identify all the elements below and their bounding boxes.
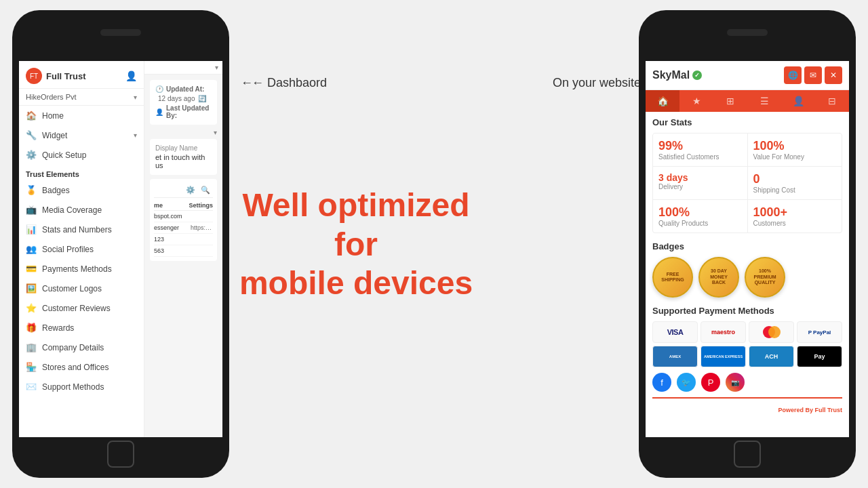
right-phone-home-button[interactable] bbox=[734, 441, 761, 468]
right-phone-notch bbox=[727, 29, 768, 36]
instagram-icon[interactable]: 📷 bbox=[726, 373, 745, 392]
mail-button[interactable]: ✉ bbox=[804, 66, 822, 84]
sidebar-item-social[interactable]: 👥 Social Profiles bbox=[19, 239, 144, 259]
close-button[interactable]: ✕ bbox=[825, 66, 842, 84]
table-section: ⚙️ 🔍 me Settings bspot.com essenger http… bbox=[150, 179, 217, 261]
panel-chevron-icon: ▾ bbox=[215, 64, 218, 71]
payment-applepay: Pay bbox=[797, 346, 842, 367]
user-icon: 👤 bbox=[125, 70, 137, 81]
tab-home[interactable]: 🏠 bbox=[646, 90, 679, 112]
verified-badge: ✓ bbox=[692, 70, 702, 80]
widget-header: SkyMal ✓ 🌐 ✉ ✕ bbox=[646, 61, 849, 90]
table-header-row: me Settings bbox=[154, 201, 213, 211]
promo-line1: Well optimized for mobile devices bbox=[237, 186, 475, 303]
setup-icon: ⚙️ bbox=[26, 150, 37, 160]
payment-grid: VISA maestro P PayPal AMEX AMERICAN EXPR… bbox=[652, 321, 842, 367]
stat-quality: 100% Quality Products bbox=[653, 200, 747, 232]
sidebar-item-payments[interactable]: 💳 Payments Methods bbox=[19, 259, 144, 279]
tab-grid[interactable]: ⊞ bbox=[713, 90, 747, 112]
left-phone-notch bbox=[100, 29, 141, 36]
badge-free-shipping: FREE SHIPPING bbox=[652, 257, 693, 298]
sidebar-item-rewards[interactable]: 🎁 Rewards bbox=[19, 318, 144, 338]
payment-mastercard bbox=[749, 321, 794, 343]
widget-brand: SkyMal ✓ bbox=[652, 69, 702, 81]
widget-nav: 🏠 ★ ⊞ ☰ 👤 ⊟ bbox=[646, 90, 849, 112]
sidebar-item-stats[interactable]: 📊 Stats and Numbers bbox=[19, 220, 144, 239]
stat-delivery: 3 days Delivery bbox=[653, 167, 747, 199]
tab-list[interactable]: ☰ bbox=[747, 90, 781, 112]
sidebar-header: FT Full Trust 👤 bbox=[19, 61, 144, 89]
sidebar-item-badges[interactable]: 🏅 Badges bbox=[19, 180, 144, 200]
brand-logo: FT bbox=[26, 68, 42, 84]
powered-by: Powered By Full Trust bbox=[652, 404, 842, 413]
stats-icon: 📊 bbox=[26, 224, 37, 235]
payment-amex: AMEX bbox=[652, 346, 698, 367]
person-icon: 👤 bbox=[155, 108, 163, 116]
left-phone-home-button[interactable] bbox=[107, 441, 134, 468]
table-row: essenger https://facebook bbox=[154, 222, 213, 234]
stat-shipping: 0 Shipping Cost bbox=[748, 167, 842, 199]
badge-money-back: 30 DAY MONEY BACK bbox=[698, 257, 739, 298]
company-icon: 🏢 bbox=[26, 342, 37, 352]
stat-customers: 1000+ Customers bbox=[748, 200, 842, 232]
left-phone: FT Full Trust 👤 HikeOrders Pvt ▾ 🏠 Home … bbox=[12, 10, 229, 478]
stats-title: Our Stats bbox=[652, 117, 842, 127]
support-icon: ✉️ bbox=[26, 382, 37, 392]
stat-satisfied: 99% Satisfied Customers bbox=[653, 134, 747, 166]
media-icon: 📺 bbox=[26, 205, 37, 215]
stores-icon: 🏪 bbox=[26, 362, 37, 372]
facebook-icon[interactable]: f bbox=[652, 373, 671, 392]
sidebar-brand-name: Full Trust bbox=[46, 71, 86, 81]
widget-actions: 🌐 ✉ ✕ bbox=[784, 66, 842, 84]
stat-value-money: 100% Value For Money bbox=[748, 134, 842, 166]
sidebar-item-home[interactable]: 🏠 Home bbox=[19, 106, 144, 125]
sidebar-account[interactable]: HikeOrders Pvt ▾ bbox=[19, 89, 144, 106]
logos-icon: 🖼️ bbox=[26, 283, 37, 293]
display-name-section: Display Name et in touch with us bbox=[150, 139, 217, 175]
center-promo: Well optimized for mobile devices bbox=[237, 186, 475, 303]
table-header: ⚙️ 🔍 bbox=[154, 183, 213, 198]
widget-icon: 🔧 bbox=[26, 130, 37, 140]
sidebar-item-company[interactable]: 🏢 Company Details bbox=[19, 338, 144, 357]
payment-paypal: P PayPal bbox=[797, 321, 842, 343]
twitter-icon[interactable]: 🐦 bbox=[677, 373, 696, 392]
pinterest-icon[interactable]: P bbox=[701, 373, 720, 392]
stats-grid: 99% Satisfied Customers 100% Value For M… bbox=[652, 133, 842, 233]
sidebar-item-quick-setup[interactable]: ⚙️ Quick Setup bbox=[19, 145, 144, 165]
trust-elements-label: Trust Elements bbox=[19, 165, 144, 180]
tab-user[interactable]: 👤 bbox=[781, 90, 815, 112]
badges-title: Badges bbox=[652, 241, 842, 251]
sidebar-item-stores[interactable]: 🏪 Stores and Offices bbox=[19, 357, 144, 377]
payment-title: Supported Payment Methods bbox=[652, 306, 842, 316]
reviews-icon: ⭐ bbox=[26, 303, 37, 313]
search-icon: 🔍 bbox=[201, 186, 210, 195]
tab-star[interactable]: ★ bbox=[679, 90, 713, 112]
sidebar-item-customer-logos[interactable]: 🖼️ Customer Logos bbox=[19, 279, 144, 298]
update-info: 🕐 Updated At: 12 days ago 🔄 👤 Last Updat… bbox=[150, 80, 217, 125]
globe-button[interactable]: 🌐 bbox=[784, 66, 802, 84]
tab-menu[interactable]: ⊟ bbox=[815, 90, 849, 112]
payments-icon: 💳 bbox=[26, 264, 37, 274]
section-chevron-icon: ▾ bbox=[214, 129, 217, 136]
badges-icon: 🏅 bbox=[26, 185, 37, 195]
table-row: 563 bbox=[154, 245, 213, 257]
panel-content: 🕐 Updated At: 12 days ago 🔄 👤 Last Updat… bbox=[144, 75, 222, 266]
widget-body: Our Stats 99% Satisfied Customers 100% V… bbox=[646, 112, 849, 427]
dashboard-arrow-label: ← ← Dashbaord bbox=[241, 76, 327, 90]
payment-maestro: maestro bbox=[701, 321, 746, 343]
social-row: f 🐦 P 📷 bbox=[652, 373, 842, 399]
social-icon: 👥 bbox=[26, 244, 37, 254]
website-arrow-label: On your website → bbox=[553, 76, 651, 90]
badge-premium-quality: 100% PREMIUM QUALITY bbox=[745, 257, 785, 298]
table-row: bspot.com bbox=[154, 211, 213, 222]
sidebar-item-widget[interactable]: 🔧 Widget ▾ bbox=[19, 125, 144, 145]
right-phone-screen: SkyMal ✓ 🌐 ✉ ✕ 🏠 ★ ⊞ ☰ 👤 ⊟ Our Stats bbox=[646, 61, 849, 437]
rewards-icon: 🎁 bbox=[26, 323, 37, 333]
badges-row: FREE SHIPPING 30 DAY MONEY BACK 100% PRE… bbox=[652, 257, 842, 298]
gear-icon: ⚙️ bbox=[186, 186, 195, 195]
chevron-down-icon: ▾ bbox=[134, 94, 137, 101]
sidebar-item-support[interactable]: ✉️ Support Methods bbox=[19, 377, 144, 396]
sidebar-item-media[interactable]: 📺 Media Coverage bbox=[19, 200, 144, 220]
right-panel: ▾ 🕐 Updated At: 12 days ago 🔄 👤 Last Upd… bbox=[144, 61, 222, 437]
sidebar-item-reviews[interactable]: ⭐ Customer Reviews bbox=[19, 298, 144, 318]
